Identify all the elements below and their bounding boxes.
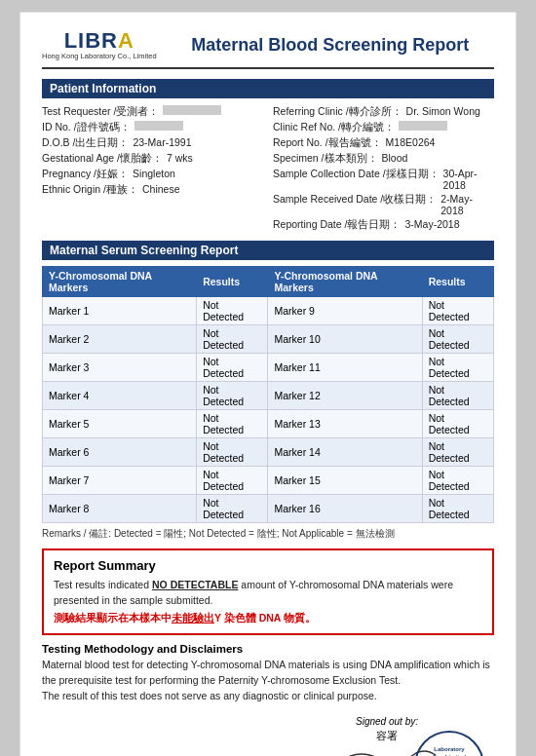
marker-left: Marker 2 <box>43 324 197 353</box>
result-left: Not Detected <box>197 381 268 409</box>
test-requester-label: Test Requester /受測者： <box>42 105 159 119</box>
stamp-circle: LaboratoryCo., LimitedHong KongAccredite… <box>414 731 484 757</box>
report-no-value: M18E0264 <box>386 136 436 150</box>
patient-row: ID No. /證件號碼： <box>42 120 263 135</box>
marker-right: Marker 16 <box>268 494 422 522</box>
result-right: Not Detected <box>422 437 493 466</box>
result-right: Not Detected <box>422 466 493 494</box>
logo-name: LIBRA <box>64 30 134 52</box>
table-row: Marker 6 Not Detected Marker 14 Not Dete… <box>43 437 494 466</box>
marker-right: Marker 15 <box>268 466 422 494</box>
summary-chinese-after: Y 染色體 DNA 物質。 <box>214 612 316 624</box>
ethnic-value: Chinese <box>142 183 180 197</box>
col4-header: Results <box>422 266 493 296</box>
summary-box: Report Summary Test results indicated NO… <box>42 548 494 636</box>
summary-text-bold: NO DETECTABLE <box>152 579 238 590</box>
dob-label: D.O.B /出生日期： <box>42 136 129 150</box>
dob-value: 23-Mar-1991 <box>133 136 191 150</box>
marker-left: Marker 1 <box>43 296 197 324</box>
gest-label: Gestational Age /懷胎齡： <box>42 152 163 166</box>
marker-right: Marker 13 <box>268 409 422 437</box>
ref-clinic-value: Dr. Simon Wong <box>406 105 480 119</box>
gest-value: 7 wks <box>167 152 193 166</box>
methodology-text: Maternal blood test for detecting Y-chro… <box>42 658 494 703</box>
patient-left-col: Test Requester /受測者： ID No. /證件號碼： D.O.B… <box>42 104 263 233</box>
table-row: Marker 1 Not Detected Marker 9 Not Detec… <box>43 296 494 324</box>
summary-text-before: Test results indicated <box>54 579 152 590</box>
clinic-ref-value <box>399 121 447 131</box>
id-label: ID No. /證件號碼： <box>42 121 131 134</box>
patient-row: Referring Clinic /轉介診所： Dr. Simon Wong <box>273 104 494 120</box>
id-value <box>134 121 183 131</box>
table-row: Marker 5 Not Detected Marker 13 Not Dete… <box>43 409 494 437</box>
patient-row: Sample Received Date /收樣日期： 2-May-2018 <box>273 192 494 217</box>
result-left: Not Detected <box>197 324 268 353</box>
report-page: LIBRA Hong Kong Laboratory Co., Limited … <box>19 12 517 756</box>
specimen-label: Specimen /樣本類別： <box>273 152 378 166</box>
patient-right-col: Referring Clinic /轉介診所： Dr. Simon Wong C… <box>273 104 494 233</box>
collection-label: Sample Collection Date /採樣日期： <box>273 168 440 191</box>
patient-row: Pregnancy /妊娠： Singleton <box>42 167 263 182</box>
result-right: Not Detected <box>422 381 493 409</box>
result-left: Not Detected <box>197 466 268 494</box>
received-value: 2-May-2018 <box>440 193 494 216</box>
table-row: Marker 8 Not Detected Marker 16 Not Dete… <box>43 494 494 522</box>
patient-row: Gestational Age /懷胎齡： 7 wks <box>42 151 263 167</box>
screening-table: Y-Chromosomal DNA Markers Results Y-Chro… <box>42 266 494 523</box>
remarks: Remarks / 備註: Detected = 陽性; Not Detecte… <box>42 527 494 541</box>
summary-title: Report Summary <box>54 558 482 573</box>
reporting-label: Reporting Date /報告日期： <box>273 218 401 232</box>
result-right: Not Detected <box>422 494 493 522</box>
marker-left: Marker 4 <box>43 381 197 409</box>
marker-right: Marker 10 <box>268 324 422 353</box>
patient-row: Test Requester /受測者： <box>42 104 263 120</box>
ethnic-label: Ethnic Origin /種族： <box>42 183 138 197</box>
result-left: Not Detected <box>197 353 268 381</box>
summary-text: Test results indicated NO DETECTABLE amo… <box>54 578 482 609</box>
marker-right: Marker 14 <box>268 437 422 466</box>
methodology-title: Testing Methodology and Disclaimers <box>42 643 494 655</box>
patient-row: D.O.B /出生日期： 23-Mar-1991 <box>42 135 263 151</box>
patient-row: Clinic Ref No. /轉介編號： <box>273 120 494 135</box>
marker-left: Marker 8 <box>43 494 197 522</box>
test-requester-value <box>163 105 221 115</box>
result-left: Not Detected <box>197 494 268 522</box>
marker-left: Marker 3 <box>43 353 197 381</box>
report-title: Maternal Blood Screening Report <box>167 35 494 56</box>
col1-header: Y-Chromosomal DNA Markers <box>43 266 197 296</box>
specimen-value: Blood <box>382 152 408 166</box>
marker-right: Marker 11 <box>268 353 422 381</box>
summary-chinese-underline: 未能驗出 <box>172 612 214 624</box>
table-row: Marker 7 Not Detected Marker 15 Not Dete… <box>43 466 494 494</box>
stamp-text: LaboratoryCo., LimitedHong KongAccredite… <box>433 746 466 756</box>
patient-info-grid: Test Requester /受測者： ID No. /證件號碼： D.O.B… <box>42 104 494 233</box>
patient-row: Sample Collection Date /採樣日期： 30-Apr-201… <box>273 167 494 192</box>
logo-subtitle: Hong Kong Laboratory Co., Limited <box>42 52 157 61</box>
marker-right: Marker 12 <box>268 381 422 409</box>
result-right: Not Detected <box>422 296 493 324</box>
marker-left: Marker 5 <box>43 409 197 437</box>
stamp: LaboratoryCo., LimitedHong KongAccredite… <box>414 731 484 757</box>
result-right: Not Detected <box>422 324 493 353</box>
signature-area: Signed out by: 容署 TSUI SAI LEUNG (MT1013… <box>42 716 494 757</box>
result-left: Not Detected <box>197 296 268 324</box>
result-right: Not Detected <box>422 353 493 381</box>
header: LIBRA Hong Kong Laboratory Co., Limited … <box>42 30 494 69</box>
patient-row: Reporting Date /報告日期： 3-May-2018 <box>273 217 494 233</box>
received-label: Sample Received Date /收樣日期： <box>273 193 437 216</box>
patient-row: Ethnic Origin /種族： Chinese <box>42 182 263 198</box>
report-no-label: Report No. /報告編號： <box>273 136 382 150</box>
patient-row: Report No. /報告編號： M18E0264 <box>273 135 494 151</box>
reporting-value: 3-May-2018 <box>404 218 459 232</box>
preg-value: Singleton <box>133 168 175 181</box>
clinic-ref-label: Clinic Ref No. /轉介編號： <box>273 121 395 134</box>
result-left: Not Detected <box>197 437 268 466</box>
result-left: Not Detected <box>197 409 268 437</box>
patient-section-title: Patient Information <box>42 79 494 98</box>
col3-header: Y-Chromosomal DNA Markers <box>268 266 422 296</box>
serum-section-title: Maternal Serum Screening Report <box>42 241 494 260</box>
result-right: Not Detected <box>422 409 493 437</box>
collection-value: 30-Apr-2018 <box>443 168 494 191</box>
summary-chinese: 測驗結果顯示在本樣本中未能驗出Y 染色體 DNA 物質。 <box>54 612 482 625</box>
preg-label: Pregnancy /妊娠： <box>42 168 129 181</box>
